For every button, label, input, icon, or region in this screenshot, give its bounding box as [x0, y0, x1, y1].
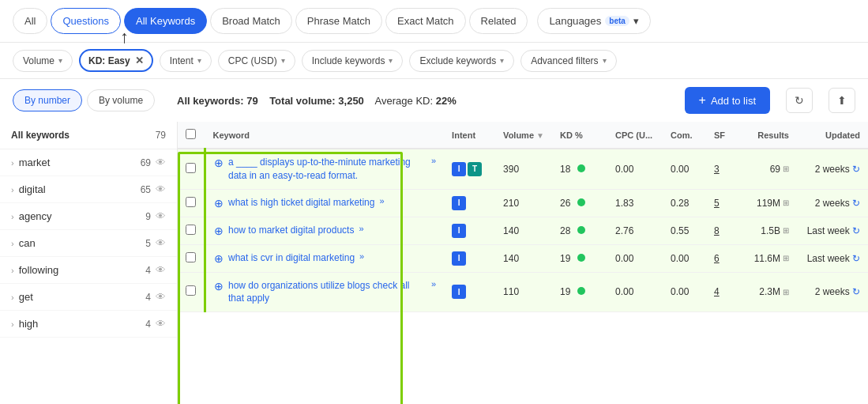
- sidebar-item-count: 65: [141, 184, 151, 195]
- row-checkbox[interactable]: [186, 197, 196, 207]
- exclude-keywords-filter[interactable]: Exclude keywords ▾: [409, 50, 514, 72]
- row-checkbox[interactable]: [186, 163, 196, 173]
- keyword-cell: ⊕ what is high ticket digital marketing …: [205, 189, 445, 217]
- include-label: Include keywords: [312, 55, 385, 66]
- row-checkbox[interactable]: [186, 225, 196, 235]
- row-checkbox-cell[interactable]: [178, 272, 205, 312]
- kd-column-header: KD %: [552, 122, 607, 149]
- refresh-icon[interactable]: ↻: [852, 164, 860, 175]
- tab-questions[interactable]: Questions: [51, 8, 121, 34]
- chevron-down-icon: ▾: [389, 56, 393, 65]
- volume-filter[interactable]: Volume ▾: [13, 50, 73, 72]
- add-keyword-icon[interactable]: ⊕: [214, 197, 224, 210]
- intent-cell: I: [444, 244, 495, 272]
- results-icon: ⊞: [783, 254, 789, 262]
- export-button[interactable]: ⬆: [829, 88, 855, 113]
- kd-filter-label: KD: Easy: [88, 55, 130, 66]
- table-row: ⊕ a ____ displays up-to-the-minute marke…: [178, 149, 868, 189]
- row-checkbox-cell[interactable]: [178, 244, 205, 272]
- keyword-text[interactable]: what is cvr in digital marketing: [228, 251, 355, 265]
- results-icon: ⊞: [783, 198, 789, 207]
- tab-all[interactable]: All: [13, 8, 47, 34]
- tab-broad-match[interactable]: Broad Match: [210, 8, 292, 34]
- tab-phrase-match[interactable]: Phrase Match: [295, 8, 382, 34]
- com-cell: 0.55: [663, 217, 706, 244]
- sidebar-item-following[interactable]: › following 4 👁: [0, 257, 177, 284]
- row-checkbox-cell[interactable]: [178, 189, 205, 217]
- total-volume-val: 3,250: [338, 95, 364, 107]
- chevron-right-icon: ›: [11, 212, 14, 221]
- by-volume-btn[interactable]: By volume: [87, 89, 155, 111]
- languages-button[interactable]: Languages beta ▾: [537, 8, 651, 34]
- sidebar-item-digital[interactable]: › digital 65 👁: [0, 176, 177, 203]
- refresh-icon[interactable]: ↻: [852, 286, 860, 297]
- by-number-btn[interactable]: By number: [13, 89, 82, 111]
- row-checkbox-cell[interactable]: [178, 149, 205, 189]
- row-checkbox[interactable]: [186, 252, 196, 262]
- sidebar-item-label: get: [19, 291, 141, 303]
- cpc-filter[interactable]: CPC (USD) ▾: [218, 50, 295, 72]
- keywords-table: Keyword Intent Volume ▼ KD % CPC (U... C…: [178, 122, 868, 312]
- avg-kd-label: Average KD:: [375, 95, 433, 107]
- left-sidebar: All keywords 79 › market 69 👁 › digital …: [0, 122, 178, 404]
- keyword-cell: ⊕ a ____ displays up-to-the-minute marke…: [205, 149, 445, 189]
- keyword-text[interactable]: what is high ticket digital marketing: [228, 196, 374, 210]
- tab-related[interactable]: Related: [469, 8, 528, 34]
- add-keyword-icon[interactable]: ⊕: [214, 252, 224, 265]
- refresh-icon[interactable]: ↻: [852, 198, 860, 209]
- tab-all-keywords[interactable]: All Keywords: [124, 8, 207, 34]
- results-cell: 119M ⊞: [738, 189, 797, 217]
- intent-cell: I: [444, 189, 495, 217]
- exclude-label: Exclude keywords: [419, 55, 496, 66]
- com-cell: 0.00: [663, 272, 706, 312]
- results-icon: ⊞: [783, 164, 789, 173]
- include-keywords-filter[interactable]: Include keywords ▾: [302, 50, 404, 72]
- sidebar-item-high[interactable]: › high 4 👁: [0, 311, 177, 338]
- add-keyword-icon[interactable]: ⊕: [214, 225, 224, 237]
- beta-badge: beta: [605, 16, 629, 26]
- sidebar-item-can[interactable]: › can 5 👁: [0, 230, 177, 257]
- com-column-header: Com.: [663, 122, 706, 149]
- chevron-right-icon: ›: [11, 239, 14, 248]
- table-row: ⊕ how do organizations utilize blogs che…: [178, 272, 868, 312]
- chevron-right-icon: ›: [11, 319, 14, 329]
- volume-column-header[interactable]: Volume ▼: [495, 122, 552, 149]
- keyword-text[interactable]: how to market digital products: [228, 224, 354, 237]
- refresh-icon[interactable]: ↻: [852, 253, 860, 264]
- view-controls: By number By volume: [13, 89, 155, 111]
- refresh-button[interactable]: ↻: [786, 88, 813, 113]
- select-all-checkbox-header[interactable]: [178, 122, 205, 149]
- eye-icon: 👁: [156, 318, 166, 330]
- sidebar-item-get[interactable]: › get 4 👁: [0, 284, 177, 311]
- add-keyword-icon[interactable]: ⊕: [214, 157, 224, 169]
- sf-cell: 6: [706, 244, 738, 272]
- row-checkbox-cell[interactable]: [178, 217, 205, 244]
- keyword-text[interactable]: a ____ displays up-to-the-minute marketi…: [228, 156, 426, 183]
- intent-filter[interactable]: Intent ▾: [160, 50, 212, 72]
- intent-cell: I T: [444, 149, 495, 189]
- chevron-right-icon: ›: [11, 293, 14, 302]
- results-cell: 11.6M ⊞: [738, 244, 797, 272]
- advanced-filters[interactable]: Advanced filters ▾: [520, 50, 616, 72]
- sidebar-item-count: 5: [145, 238, 151, 249]
- add-to-list-button[interactable]: + Add to list: [685, 87, 770, 114]
- eye-icon: 👁: [156, 157, 166, 168]
- main-content: All keywords 79 › market 69 👁 › digital …: [0, 122, 868, 404]
- select-all-checkbox[interactable]: [186, 129, 196, 139]
- kd-filter[interactable]: KD: Easy ✕ ↑: [79, 49, 153, 72]
- row-checkbox[interactable]: [186, 285, 196, 296]
- tab-exact-match[interactable]: Exact Match: [385, 8, 466, 34]
- add-keyword-icon[interactable]: ⊕: [214, 280, 224, 293]
- cpc-cell: 0.00: [607, 244, 663, 272]
- table-row: ⊕ what is high ticket digital marketing …: [178, 189, 868, 217]
- sidebar-item-market[interactable]: › market 69 👁: [0, 149, 177, 176]
- sidebar-item-agency[interactable]: › agency 9 👁: [0, 203, 177, 230]
- keyword-text[interactable]: how do organizations utilize blogs check…: [228, 279, 426, 306]
- kd-dot: [577, 226, 585, 234]
- close-icon[interactable]: ✕: [135, 55, 144, 66]
- updated-cell: 2 weeks ↻: [797, 272, 868, 312]
- sidebar-item-label: following: [19, 264, 141, 276]
- arrow-indicator: ↑: [120, 27, 129, 47]
- keyword-cell: ⊕ how to market digital products »: [205, 217, 445, 244]
- refresh-icon[interactable]: ↻: [852, 225, 860, 236]
